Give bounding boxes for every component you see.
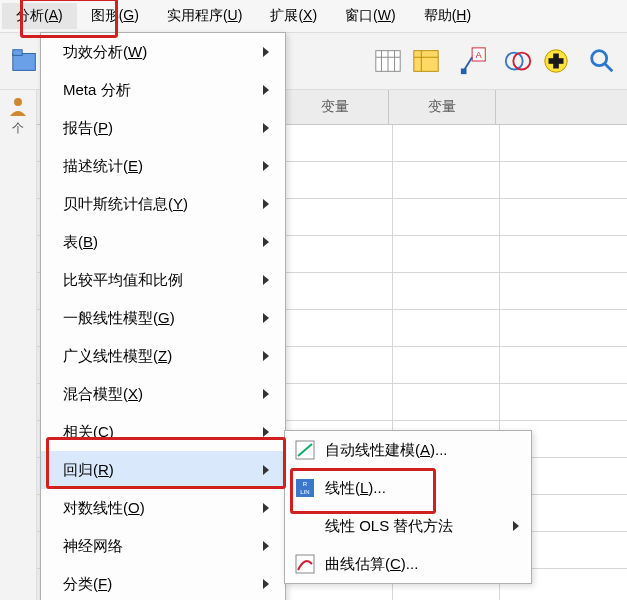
submenu-auto-linear[interactable]: 自动线性建模(A)... bbox=[285, 431, 531, 469]
menu-generalized-lm[interactable]: 广义线性模型(Z) bbox=[41, 337, 285, 375]
toolbar-icon-find[interactable]: A bbox=[456, 43, 492, 79]
svg-text:LIN: LIN bbox=[300, 489, 309, 495]
chevron-right-icon bbox=[263, 427, 269, 437]
side-panel: 个 bbox=[0, 90, 37, 600]
toolbar-icon-goto-case[interactable] bbox=[370, 43, 406, 79]
chevron-right-icon bbox=[263, 85, 269, 95]
menu-power-analysis[interactable]: 功效分析(W) bbox=[41, 33, 285, 71]
menu-reports[interactable]: 报告(P) bbox=[41, 109, 285, 147]
grid-col-header[interactable]: 变量 bbox=[389, 90, 496, 124]
chevron-right-icon bbox=[263, 47, 269, 57]
menu-analyze[interactable]: 分析(A) bbox=[2, 3, 77, 29]
menubar: 分析(A) 图形(G) 实用程序(U) 扩展(X) 窗口(W) 帮助(H) bbox=[0, 0, 627, 33]
curve-icon bbox=[295, 554, 315, 574]
svg-rect-17 bbox=[549, 58, 564, 64]
linear-icon: RLIN bbox=[295, 478, 315, 498]
menu-neural-networks[interactable]: 神经网络 bbox=[41, 527, 285, 565]
menu-loglinear[interactable]: 对数线性(O) bbox=[41, 489, 285, 527]
auto-linear-icon bbox=[295, 440, 315, 460]
svg-text:A: A bbox=[476, 50, 483, 60]
toolbar-icon-variables[interactable] bbox=[408, 43, 444, 79]
svg-rect-1 bbox=[13, 50, 22, 56]
grid-col-header[interactable]: 变量 bbox=[282, 90, 389, 124]
submenu-curve-estimation[interactable]: 曲线估算(C)... bbox=[285, 545, 531, 583]
menu-descriptive-stats[interactable]: 描述统计(E) bbox=[41, 147, 285, 185]
chevron-right-icon bbox=[263, 199, 269, 209]
chevron-right-icon bbox=[263, 313, 269, 323]
submenu-linear[interactable]: RLIN 线性(L)... bbox=[285, 469, 531, 507]
chevron-right-icon bbox=[263, 351, 269, 361]
toolbar-icon-sets[interactable] bbox=[500, 43, 536, 79]
svg-rect-7 bbox=[414, 51, 438, 72]
menu-classify[interactable]: 分类(F) bbox=[41, 565, 285, 600]
submenu-ols-alt[interactable]: 线性 OLS 替代方法 bbox=[285, 507, 531, 545]
chevron-right-icon bbox=[263, 503, 269, 513]
menu-glm[interactable]: 一般线性模型(G) bbox=[41, 299, 285, 337]
menu-help[interactable]: 帮助(H) bbox=[410, 3, 485, 29]
menu-meta-analysis[interactable]: Meta 分析 bbox=[41, 71, 285, 109]
analyze-dropdown: 功效分析(W) Meta 分析 报告(P) 描述统计(E) 贝叶斯统计信息(Y)… bbox=[40, 32, 286, 600]
menu-compare-means[interactable]: 比较平均值和比例 bbox=[41, 261, 285, 299]
toolbar-icon-open[interactable] bbox=[7, 43, 43, 79]
toolbar-icon-search[interactable] bbox=[584, 43, 620, 79]
chevron-right-icon bbox=[263, 389, 269, 399]
sidepanel-label: 个 bbox=[12, 120, 24, 137]
toolbar-icon-weight[interactable] bbox=[538, 43, 574, 79]
chevron-right-icon bbox=[263, 237, 269, 247]
chevron-right-icon bbox=[263, 579, 269, 589]
regression-submenu: 自动线性建模(A)... RLIN 线性(L)... 线性 OLS 替代方法 曲… bbox=[284, 430, 532, 584]
menu-extensions[interactable]: 扩展(X) bbox=[256, 3, 331, 29]
chevron-right-icon bbox=[263, 161, 269, 171]
svg-point-18 bbox=[592, 51, 607, 66]
menu-bayesian[interactable]: 贝叶斯统计信息(Y) bbox=[41, 185, 285, 223]
person-icon bbox=[8, 96, 28, 116]
menu-regression[interactable]: 回归(R) bbox=[41, 451, 285, 489]
chevron-right-icon bbox=[513, 521, 519, 531]
menu-mixed-models[interactable]: 混合模型(X) bbox=[41, 375, 285, 413]
svg-point-20 bbox=[14, 98, 22, 106]
svg-text:R: R bbox=[303, 481, 308, 487]
menu-tables[interactable]: 表(B) bbox=[41, 223, 285, 261]
menu-window[interactable]: 窗口(W) bbox=[331, 3, 410, 29]
chevron-right-icon bbox=[263, 275, 269, 285]
menu-correlate[interactable]: 相关(C) bbox=[41, 413, 285, 451]
menu-utilities[interactable]: 实用程序(U) bbox=[153, 3, 256, 29]
svg-rect-12 bbox=[461, 69, 467, 75]
chevron-right-icon bbox=[263, 465, 269, 475]
svg-line-19 bbox=[605, 64, 613, 72]
chevron-right-icon bbox=[263, 541, 269, 551]
blank-icon bbox=[295, 516, 315, 536]
chevron-right-icon bbox=[263, 123, 269, 133]
menu-graphs[interactable]: 图形(G) bbox=[77, 3, 153, 29]
svg-rect-0 bbox=[13, 54, 36, 71]
